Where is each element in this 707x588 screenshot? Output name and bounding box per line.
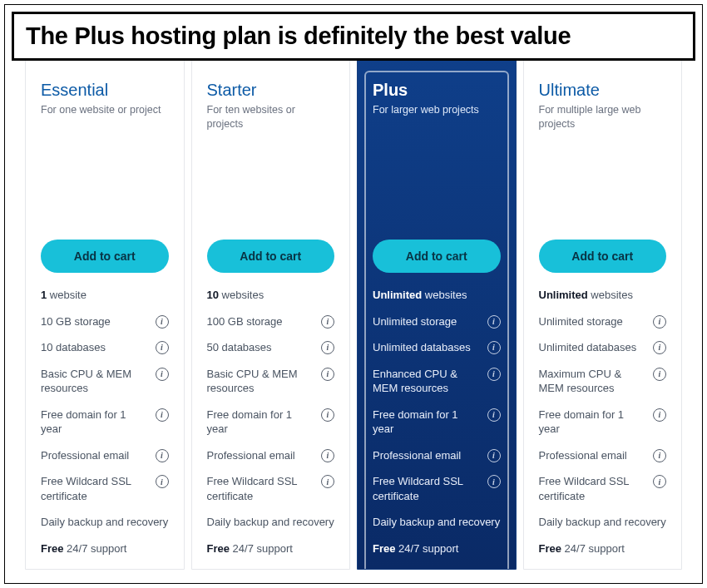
feature-bold: Free	[373, 542, 395, 555]
feature-rest: 10 databases	[41, 341, 106, 353]
feature-text: Unlimited databases	[373, 340, 481, 355]
feature-bold: Free	[539, 542, 561, 555]
feature-bold: 10	[207, 289, 219, 301]
info-icon[interactable]: i	[321, 341, 334, 354]
feature-rest: 24/7 support	[561, 542, 625, 555]
feature-rest: Daily backup and recovery	[207, 516, 334, 528]
feature-text: Daily backup and recovery	[539, 515, 667, 530]
feature-row: Unlimited storagei	[373, 314, 501, 329]
feature-list: 10 websites100 GB storagei50 databasesiB…	[207, 288, 335, 556]
feature-row: Unlimited websites	[373, 288, 501, 303]
info-icon[interactable]: i	[321, 368, 334, 381]
add-to-cart-button[interactable]: Add to cart	[207, 240, 335, 273]
feature-text: Professional email	[373, 448, 481, 463]
add-to-cart-button[interactable]: Add to cart	[373, 240, 501, 273]
cta-row: Add to cart	[539, 240, 667, 273]
feature-row: Basic CPU & MEM resourcesi	[41, 367, 169, 396]
info-icon[interactable]: i	[487, 315, 501, 329]
feature-text: Free 24/7 support	[41, 541, 169, 556]
feature-rest: 24/7 support	[395, 542, 458, 555]
feature-text: Free 24/7 support	[539, 541, 667, 556]
info-icon[interactable]: i	[653, 475, 666, 488]
feature-rest: Professional email	[41, 449, 129, 462]
feature-text: Free domain for 1 year	[41, 408, 149, 437]
feature-row: 10 databasesi	[41, 340, 169, 355]
info-icon[interactable]: i	[487, 368, 501, 381]
feature-row: Free domain for 1 yeari	[539, 408, 667, 437]
feature-text: Enhanced CPU & MEM resources	[373, 367, 481, 396]
info-icon[interactable]: i	[653, 341, 666, 354]
feature-rest: Unlimited storage	[373, 315, 457, 328]
price-spacer	[373, 131, 501, 240]
info-icon[interactable]: i	[321, 475, 334, 488]
feature-text: Free Wildcard SSL certificate	[41, 474, 149, 503]
feature-rest: Free Wildcard SSL certificate	[539, 475, 630, 502]
feature-row: Free Wildcard SSL certificatei	[539, 474, 667, 503]
feature-text: Unlimited storage	[373, 314, 481, 329]
feature-row: Unlimited databasesi	[373, 340, 501, 355]
headline-banner: The Plus hosting plan is definitely the …	[12, 12, 695, 61]
feature-row: 10 GB storagei	[41, 314, 169, 329]
plan-name: Essential	[41, 81, 169, 100]
feature-row: Enhanced CPU & MEM resourcesi	[373, 367, 501, 396]
page-frame: The Plus hosting plan is definitely the …	[4, 4, 703, 584]
feature-rest: Maximum CPU & MEM resources	[539, 368, 622, 395]
feature-row: Free domain for 1 yeari	[373, 408, 501, 437]
plan-subtitle: For larger web projects	[373, 103, 501, 131]
info-icon[interactable]: i	[653, 408, 666, 422]
feature-rest: Daily backup and recovery	[539, 516, 666, 528]
feature-text: Free domain for 1 year	[539, 408, 647, 437]
feature-bold: Free	[207, 542, 230, 555]
info-icon[interactable]: i	[321, 408, 334, 422]
feature-row: 50 databasesi	[207, 340, 335, 355]
info-icon[interactable]: i	[156, 449, 169, 462]
feature-rest: Free Wildcard SSL certificate	[207, 475, 298, 502]
feature-text: 50 databases	[207, 340, 315, 355]
info-icon[interactable]: i	[156, 341, 169, 354]
feature-text: Professional email	[207, 448, 315, 463]
cta-row: Add to cart	[207, 240, 335, 273]
feature-list: 1 website10 GB storagei10 databasesiBasi…	[41, 288, 169, 556]
info-icon[interactable]: i	[156, 368, 169, 381]
add-to-cart-button[interactable]: Add to cart	[539, 240, 667, 273]
add-to-cart-button[interactable]: Add to cart	[41, 240, 169, 273]
feature-rest: Daily backup and recovery	[373, 516, 500, 528]
feature-rest: Free domain for 1 year	[207, 408, 293, 436]
feature-bold: Unlimited	[539, 289, 588, 301]
plan-name: Ultimate	[539, 81, 667, 100]
feature-text: Maximum CPU & MEM resources	[539, 367, 647, 396]
price-spacer	[41, 131, 169, 240]
info-icon[interactable]: i	[653, 368, 666, 381]
plan-subtitle: For multiple large web projects	[539, 103, 667, 131]
info-icon[interactable]: i	[156, 475, 169, 488]
info-icon[interactable]: i	[321, 315, 334, 329]
feature-rest: websites	[219, 289, 264, 301]
feature-text: Unlimited storage	[539, 314, 647, 329]
feature-rest: Basic CPU & MEM resources	[207, 368, 298, 395]
info-icon[interactable]: i	[487, 408, 501, 422]
info-icon[interactable]: i	[321, 449, 334, 462]
feature-rest: websites	[588, 289, 633, 301]
info-icon[interactable]: i	[487, 341, 501, 354]
feature-rest: Basic CPU & MEM resources	[41, 368, 131, 395]
feature-rest: 24/7 support	[63, 542, 126, 555]
feature-text: Unlimited websites	[539, 288, 667, 303]
info-icon[interactable]: i	[653, 449, 666, 462]
info-icon[interactable]: i	[487, 449, 501, 462]
feature-rest: Unlimited databases	[373, 341, 471, 353]
feature-text: 100 GB storage	[207, 314, 315, 329]
feature-row: Free Wildcard SSL certificatei	[207, 474, 335, 503]
feature-row: 100 GB storagei	[207, 314, 335, 329]
feature-text: Unlimited websites	[373, 288, 501, 303]
info-icon[interactable]: i	[156, 408, 169, 422]
plan-card-ultimate: UltimateFor multiple large web projectsA…	[523, 55, 683, 570]
feature-text: Free 24/7 support	[207, 541, 335, 556]
feature-text: 10 GB storage	[41, 314, 149, 329]
info-icon[interactable]: i	[156, 315, 169, 329]
feature-row: 1 website	[41, 288, 169, 303]
feature-text: 10 websites	[207, 288, 335, 303]
info-icon[interactable]: i	[653, 315, 666, 329]
info-icon[interactable]: i	[487, 475, 501, 488]
feature-rest: Unlimited databases	[539, 341, 637, 353]
feature-text: Daily backup and recovery	[373, 515, 501, 530]
